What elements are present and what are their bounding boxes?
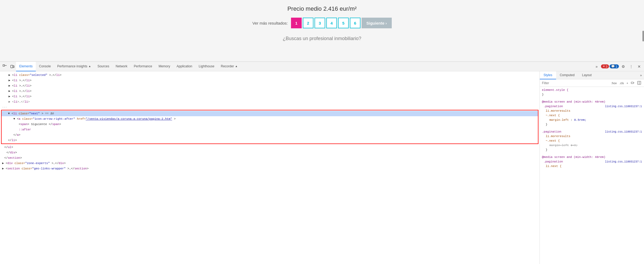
page-btn-4[interactable]: 4 [326, 18, 337, 28]
dom-line[interactable]: </section> [0, 155, 540, 161]
dom-line[interactable]: </ul> [0, 145, 540, 150]
elements-panel: ▶ <li class="selected" >…</li> ▶ <li >…<… [0, 71, 540, 264]
tab-recorder[interactable]: Recorder ▲ [218, 62, 241, 71]
style-block-media-1: @media screen and (min-width: 48rem) .pa… [542, 100, 642, 127]
styles-filter-row: :hov .cls + [540, 79, 644, 87]
page-content-area: Precio medio 2.416 eur/m² Ver más result… [0, 0, 644, 61]
devtools-tabs: Elements Console Performance insights ▲ … [16, 62, 593, 71]
svg-rect-0 [3, 65, 5, 66]
add-style-button[interactable]: + [626, 81, 629, 85]
devtools-right-actions: » ✕ 3 💬 1 ⚙ ⋮ ✕ [593, 63, 643, 70]
page-btn-6[interactable]: 6 [350, 18, 360, 28]
style-block-media-2: @media screen and (min-width: 48rem) .pa… [542, 155, 642, 169]
style-block-pagination: .pagination listing.css…118031237:1 li.m… [542, 130, 642, 152]
toggle-dark-button[interactable] [630, 81, 635, 86]
dom-line[interactable]: ▶ <li >…</li> [0, 83, 540, 88]
tab-memory[interactable]: Memory [155, 62, 173, 71]
dom-line[interactable]: ▶ <li >…</li> [0, 94, 540, 99]
tab-console[interactable]: Console [36, 62, 54, 71]
styles-content[interactable]: element.style { } @media screen and (min… [540, 87, 644, 264]
recorder-icon: ▲ [235, 65, 238, 68]
dom-line[interactable]: </div> [0, 150, 540, 155]
dom-line-close-li[interactable]: </li> [2, 138, 538, 143]
page-title: Precio medio 2.416 eur/m² [287, 5, 356, 12]
styles-panel: Styles Computed Layout » :hov .cls + [540, 71, 644, 264]
messages-badge: 💬 1 [610, 64, 619, 68]
hov-button[interactable]: :hov [610, 81, 618, 85]
svg-rect-3 [13, 66, 14, 68]
performance-insights-icon: ▲ [88, 65, 91, 68]
dom-line[interactable]: ▶ <li >…</li> [0, 78, 540, 83]
styles-tabs: Styles Computed Layout » [540, 71, 644, 79]
error-badge: ✕ 3 [601, 64, 609, 68]
tab-network[interactable]: Network [112, 62, 131, 71]
tab-performance-insights[interactable]: Performance insights ▲ [54, 62, 94, 71]
dom-line-span[interactable]: <span> Siguiente </span> [2, 122, 538, 127]
dom-line[interactable]: ▶ <section class="geo-links-wrapper" >…<… [0, 166, 540, 171]
page-btn-2[interactable]: 2 [303, 18, 313, 28]
styles-filter-actions: :hov .cls + [610, 81, 642, 86]
dom-line[interactable]: ▶ <div class="zone-experts" >…</div> [0, 161, 540, 166]
dom-line-a-tag[interactable]: ▼ <a class="icon-arrow-right-after" href… [2, 116, 538, 122]
cls-button[interactable]: .cls [619, 81, 625, 85]
partial-page-text: ¿Buscas un profesional inmobiliario? [283, 36, 361, 41]
devtools-main: ▶ <li class="selected" >…</li> ▶ <li >…<… [0, 71, 644, 264]
page-btn-5[interactable]: 5 [338, 18, 349, 28]
inspect-element-button[interactable] [1, 63, 9, 70]
dom-line[interactable]: ▶ <li >…</li> [0, 88, 540, 94]
styles-tab-layout[interactable]: Layout [578, 71, 595, 79]
styles-filter-input[interactable] [542, 81, 609, 85]
styles-tab-computed[interactable]: Computed [556, 71, 578, 79]
styles-tab-styles[interactable]: Styles [540, 71, 556, 79]
tab-lighthouse[interactable]: Lighthouse [196, 62, 218, 71]
tab-performance[interactable]: Performance [131, 62, 156, 71]
tab-application[interactable]: Application [173, 62, 196, 71]
dom-line[interactable]: ▶ <li class="selected" >…</li> [0, 72, 540, 78]
devtools-panel: Elements Console Performance insights ▲ … [0, 61, 644, 264]
more-tabs-button[interactable]: » [593, 63, 600, 70]
page-btn-1[interactable]: 1 [291, 18, 302, 28]
close-devtools-button[interactable]: ✕ [635, 63, 643, 70]
layout-button[interactable] [637, 81, 642, 86]
style-block-element-style: element.style { } [542, 88, 642, 97]
more-options-button[interactable]: ⋮ [627, 63, 635, 70]
page-btn-3[interactable]: 3 [315, 18, 325, 28]
devtools-toolbar: Elements Console Performance insights ▲ … [0, 62, 644, 71]
dom-line[interactable]: ▶ <li>…</li> [0, 99, 540, 104]
device-toolbar-button[interactable] [9, 63, 16, 70]
pagination-row: Ver más resultados: 1 2 3 4 5 6 Siguient… [252, 18, 391, 28]
siguiente-button[interactable]: Siguiente › [362, 18, 392, 28]
href-link[interactable]: "/venta-viviendas/a-coruna-a-coruna/pagi… [86, 117, 172, 121]
tab-elements[interactable]: Elements [16, 62, 36, 71]
tab-sources[interactable]: Sources [94, 62, 112, 71]
pagination-label: Ver más resultados: [252, 21, 288, 25]
highlighted-element-group: ▼ <li class="next" > == $0 ▼ <a class="i… [1, 110, 538, 144]
scroll-indicator [642, 31, 644, 41]
dom-line-after-pseudo[interactable]: ::after [2, 127, 538, 132]
svg-rect-2 [11, 65, 13, 68]
elements-content[interactable]: ▶ <li class="selected" >…</li> ▶ <li >…<… [0, 71, 540, 264]
settings-button[interactable]: ⚙ [619, 63, 627, 70]
ellipsis-indicator: ... [0, 104, 540, 109]
svg-rect-4 [631, 82, 633, 84]
dom-selected-li-next[interactable]: ▼ <li class="next" > == $0 [2, 111, 538, 116]
dom-line-close-a[interactable]: </a> [2, 132, 538, 138]
styles-more-button[interactable]: » [638, 71, 644, 79]
